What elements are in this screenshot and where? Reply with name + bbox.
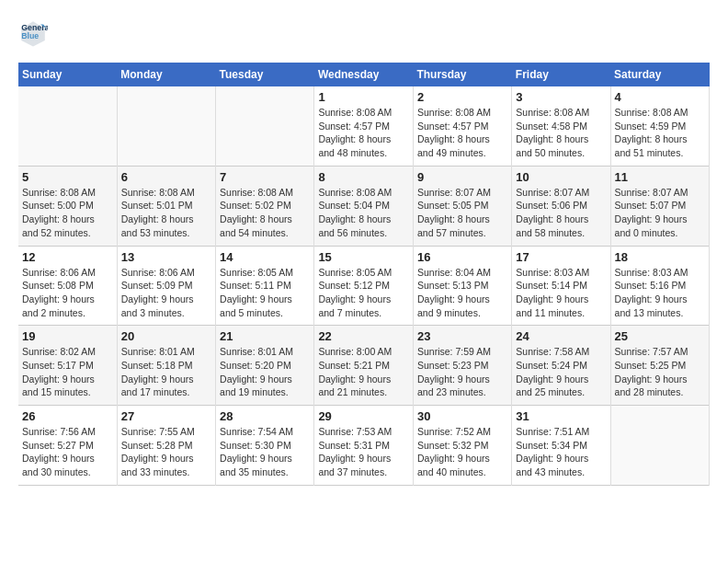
calendar-cell: 9Sunrise: 8:07 AM Sunset: 5:05 PM Daylig… bbox=[413, 166, 511, 246]
calendar-cell: 31Sunrise: 7:51 AM Sunset: 5:34 PM Dayli… bbox=[512, 406, 610, 486]
day-info: Sunrise: 8:08 AM Sunset: 4:58 PM Dayligh… bbox=[516, 106, 606, 160]
day-number: 15 bbox=[318, 250, 409, 264]
calendar-cell: 30Sunrise: 7:52 AM Sunset: 5:32 PM Dayli… bbox=[413, 406, 511, 486]
calendar-cell bbox=[216, 86, 314, 166]
calendar-cell: 22Sunrise: 8:00 AM Sunset: 5:21 PM Dayli… bbox=[314, 326, 414, 406]
calendar-cell: 2Sunrise: 8:08 AM Sunset: 4:57 PM Daylig… bbox=[413, 86, 511, 166]
day-info: Sunrise: 7:57 AM Sunset: 5:25 PM Dayligh… bbox=[615, 345, 705, 399]
day-number: 16 bbox=[417, 250, 507, 264]
calendar-cell: 4Sunrise: 8:08 AM Sunset: 4:59 PM Daylig… bbox=[610, 86, 709, 166]
day-number: 28 bbox=[220, 409, 310, 423]
calendar-cell: 5Sunrise: 8:08 AM Sunset: 5:00 PM Daylig… bbox=[18, 166, 117, 246]
day-info: Sunrise: 8:02 AM Sunset: 5:17 PM Dayligh… bbox=[22, 345, 113, 399]
day-number: 8 bbox=[318, 170, 409, 184]
day-info: Sunrise: 7:56 AM Sunset: 5:27 PM Dayligh… bbox=[22, 425, 113, 479]
day-info: Sunrise: 8:03 AM Sunset: 5:14 PM Dayligh… bbox=[516, 266, 606, 320]
day-number: 12 bbox=[22, 250, 113, 264]
day-number: 4 bbox=[615, 90, 705, 104]
calendar-cell: 6Sunrise: 8:08 AM Sunset: 5:01 PM Daylig… bbox=[117, 166, 215, 246]
calendar-cell: 16Sunrise: 8:04 AM Sunset: 5:13 PM Dayli… bbox=[413, 246, 511, 326]
day-info: Sunrise: 8:08 AM Sunset: 4:57 PM Dayligh… bbox=[417, 106, 507, 160]
day-number: 6 bbox=[121, 170, 211, 184]
calendar-cell: 23Sunrise: 7:59 AM Sunset: 5:23 PM Dayli… bbox=[413, 326, 511, 406]
day-number: 23 bbox=[417, 329, 507, 343]
calendar-cell: 15Sunrise: 8:05 AM Sunset: 5:12 PM Dayli… bbox=[314, 246, 414, 326]
calendar-cell: 18Sunrise: 8:03 AM Sunset: 5:16 PM Dayli… bbox=[610, 246, 709, 326]
calendar-cell: 19Sunrise: 8:02 AM Sunset: 5:17 PM Dayli… bbox=[18, 326, 117, 406]
day-number: 5 bbox=[22, 170, 113, 184]
day-number: 27 bbox=[121, 409, 211, 423]
calendar-cell: 21Sunrise: 8:01 AM Sunset: 5:20 PM Dayli… bbox=[216, 326, 314, 406]
day-info: Sunrise: 8:06 AM Sunset: 5:08 PM Dayligh… bbox=[22, 266, 113, 320]
day-info: Sunrise: 8:01 AM Sunset: 5:20 PM Dayligh… bbox=[220, 345, 310, 399]
calendar-cell: 3Sunrise: 8:08 AM Sunset: 4:58 PM Daylig… bbox=[512, 86, 610, 166]
calendar-cell: 10Sunrise: 8:07 AM Sunset: 5:06 PM Dayli… bbox=[512, 166, 610, 246]
day-info: Sunrise: 7:52 AM Sunset: 5:32 PM Dayligh… bbox=[417, 425, 507, 479]
day-info: Sunrise: 7:59 AM Sunset: 5:23 PM Dayligh… bbox=[417, 345, 507, 399]
day-info: Sunrise: 8:06 AM Sunset: 5:09 PM Dayligh… bbox=[121, 266, 211, 320]
calendar-cell: 25Sunrise: 7:57 AM Sunset: 5:25 PM Dayli… bbox=[610, 326, 709, 406]
day-info: Sunrise: 7:55 AM Sunset: 5:28 PM Dayligh… bbox=[121, 425, 211, 479]
day-number: 31 bbox=[516, 409, 606, 423]
day-info: Sunrise: 8:07 AM Sunset: 5:05 PM Dayligh… bbox=[417, 186, 507, 240]
calendar-cell: 29Sunrise: 7:53 AM Sunset: 5:31 PM Dayli… bbox=[314, 406, 414, 486]
calendar-cell: 24Sunrise: 7:58 AM Sunset: 5:24 PM Dayli… bbox=[512, 326, 610, 406]
day-number: 1 bbox=[318, 90, 409, 104]
day-number: 13 bbox=[121, 250, 211, 264]
calendar-cell: 26Sunrise: 7:56 AM Sunset: 5:27 PM Dayli… bbox=[18, 406, 117, 486]
day-info: Sunrise: 7:58 AM Sunset: 5:24 PM Dayligh… bbox=[516, 345, 606, 399]
page-header: General Blue bbox=[18, 18, 710, 48]
day-info: Sunrise: 7:54 AM Sunset: 5:30 PM Dayligh… bbox=[220, 425, 310, 479]
calendar-cell: 20Sunrise: 8:01 AM Sunset: 5:18 PM Dayli… bbox=[117, 326, 215, 406]
day-number: 24 bbox=[516, 329, 606, 343]
col-header-thursday: Thursday bbox=[413, 63, 511, 86]
day-number: 26 bbox=[22, 409, 113, 423]
day-number: 19 bbox=[22, 329, 113, 343]
day-number: 9 bbox=[417, 170, 507, 184]
calendar-table: SundayMondayTuesdayWednesdayThursdayFrid… bbox=[18, 63, 710, 486]
day-number: 21 bbox=[220, 329, 310, 343]
calendar-cell: 11Sunrise: 8:07 AM Sunset: 5:07 PM Dayli… bbox=[610, 166, 709, 246]
day-info: Sunrise: 7:51 AM Sunset: 5:34 PM Dayligh… bbox=[516, 425, 606, 479]
logo: General Blue bbox=[18, 18, 51, 48]
col-header-wednesday: Wednesday bbox=[314, 63, 414, 86]
day-number: 7 bbox=[220, 170, 310, 184]
day-number: 14 bbox=[220, 250, 310, 264]
day-info: Sunrise: 8:08 AM Sunset: 5:04 PM Dayligh… bbox=[318, 186, 409, 240]
day-number: 18 bbox=[615, 250, 705, 264]
day-info: Sunrise: 8:01 AM Sunset: 5:18 PM Dayligh… bbox=[121, 345, 211, 399]
day-number: 17 bbox=[516, 250, 606, 264]
col-header-friday: Friday bbox=[512, 63, 610, 86]
col-header-saturday: Saturday bbox=[610, 63, 709, 86]
day-info: Sunrise: 8:05 AM Sunset: 5:11 PM Dayligh… bbox=[220, 266, 310, 320]
day-number: 25 bbox=[615, 329, 705, 343]
day-number: 20 bbox=[121, 329, 211, 343]
calendar-cell: 12Sunrise: 8:06 AM Sunset: 5:08 PM Dayli… bbox=[18, 246, 117, 326]
day-number: 29 bbox=[318, 409, 409, 423]
logo-icon: General Blue bbox=[18, 18, 48, 48]
day-number: 2 bbox=[417, 90, 507, 104]
day-info: Sunrise: 8:08 AM Sunset: 5:00 PM Dayligh… bbox=[22, 186, 113, 240]
day-info: Sunrise: 8:07 AM Sunset: 5:06 PM Dayligh… bbox=[516, 186, 606, 240]
calendar-cell: 27Sunrise: 7:55 AM Sunset: 5:28 PM Dayli… bbox=[117, 406, 215, 486]
day-number: 11 bbox=[615, 170, 705, 184]
day-info: Sunrise: 8:05 AM Sunset: 5:12 PM Dayligh… bbox=[318, 266, 409, 320]
day-info: Sunrise: 8:08 AM Sunset: 4:59 PM Dayligh… bbox=[615, 106, 705, 160]
day-number: 22 bbox=[318, 329, 409, 343]
day-info: Sunrise: 8:08 AM Sunset: 5:01 PM Dayligh… bbox=[121, 186, 211, 240]
calendar-cell: 8Sunrise: 8:08 AM Sunset: 5:04 PM Daylig… bbox=[314, 166, 414, 246]
svg-text:General: General bbox=[21, 23, 48, 32]
calendar-cell bbox=[117, 86, 215, 166]
day-info: Sunrise: 8:08 AM Sunset: 5:02 PM Dayligh… bbox=[220, 186, 310, 240]
calendar-cell: 13Sunrise: 8:06 AM Sunset: 5:09 PM Dayli… bbox=[117, 246, 215, 326]
day-info: Sunrise: 8:03 AM Sunset: 5:16 PM Dayligh… bbox=[615, 266, 705, 320]
col-header-monday: Monday bbox=[117, 63, 215, 86]
calendar-cell: 14Sunrise: 8:05 AM Sunset: 5:11 PM Dayli… bbox=[216, 246, 314, 326]
col-header-tuesday: Tuesday bbox=[216, 63, 314, 86]
calendar-cell: 7Sunrise: 8:08 AM Sunset: 5:02 PM Daylig… bbox=[216, 166, 314, 246]
day-number: 3 bbox=[516, 90, 606, 104]
calendar-cell bbox=[610, 406, 709, 486]
svg-text:Blue: Blue bbox=[21, 31, 39, 40]
calendar-cell: 17Sunrise: 8:03 AM Sunset: 5:14 PM Dayli… bbox=[512, 246, 610, 326]
calendar-cell bbox=[18, 86, 117, 166]
